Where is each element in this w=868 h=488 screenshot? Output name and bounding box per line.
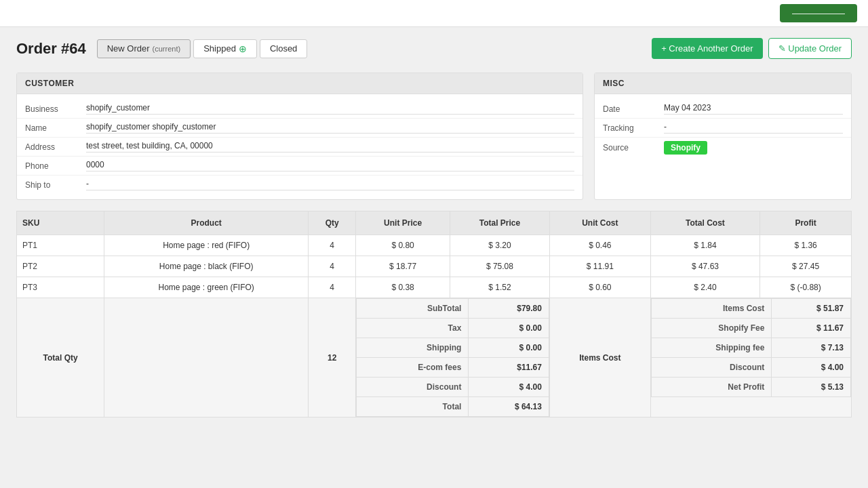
cell-profit: $ (-0.88) xyxy=(760,277,852,298)
cell-unit-price: $ 0.80 xyxy=(356,235,450,256)
col-total-cost: Total Cost xyxy=(650,211,760,235)
label-phone: Phone xyxy=(25,161,86,171)
items-cost-label: Items Cost xyxy=(549,298,650,418)
label-date: Date xyxy=(603,104,664,114)
cell-product: Home page : black (FIFO) xyxy=(104,256,309,277)
total-qty-label: Total Qty xyxy=(17,298,104,418)
update-order-button[interactable]: ✎ Update Order xyxy=(768,38,852,59)
cell-total-price: $ 1.52 xyxy=(450,277,549,298)
header-actions: + Create Another Order ✎ Update Order xyxy=(652,38,852,59)
order-table: SKU Product Qty Unit Price Total Price U… xyxy=(16,211,852,418)
value-name: shopify_customer shopify_customer xyxy=(86,122,574,134)
field-tracking: Tracking - xyxy=(595,119,851,138)
label-business: Business xyxy=(25,104,86,114)
cell-sku: PT1 xyxy=(17,235,104,256)
cell-product: Home page : green (FIFO) xyxy=(104,277,309,298)
cell-qty: 4 xyxy=(309,256,356,277)
cell-unit-cost: $ 0.60 xyxy=(549,277,650,298)
field-name: Name shopify_customer shopify_customer xyxy=(17,119,583,138)
cell-sku: PT2 xyxy=(17,256,104,277)
total-row: Total Qty 12 SubTotal$79.80Tax$ 0.00Ship… xyxy=(17,298,852,418)
cell-profit: $ 27.45 xyxy=(760,256,852,277)
tab-shipped-label: Shipped xyxy=(203,43,236,54)
table-body: PT1 Home page : red (FIFO) 4 $ 0.80 $ 3.… xyxy=(17,235,852,418)
table-row: PT1 Home page : red (FIFO) 4 $ 0.80 $ 3.… xyxy=(17,235,852,256)
table-row: PT2 Home page : black (FIFO) 4 $ 18.77 $… xyxy=(17,256,852,277)
tab-closed-label: Closed xyxy=(270,43,297,54)
col-total-price: Total Price xyxy=(450,211,549,235)
cell-total-cost: $ 1.84 xyxy=(650,235,760,256)
field-date: Date May 04 2023 xyxy=(595,100,851,119)
value-business: shopify_customer xyxy=(86,103,574,115)
field-address: Address test street, test building, CA, … xyxy=(17,138,583,157)
cell-total-cost: $ 47.63 xyxy=(650,256,760,277)
cell-unit-price: $ 0.38 xyxy=(356,277,450,298)
label-tracking: Tracking xyxy=(603,123,664,133)
field-ship-to: Ship to - xyxy=(17,176,583,194)
cell-unit-price: $ 18.77 xyxy=(356,256,450,277)
misc-panel-header: MISC xyxy=(595,73,851,94)
cell-qty: 4 xyxy=(309,235,356,256)
label-ship-to: Ship to xyxy=(25,180,86,190)
label-address: Address xyxy=(25,142,86,152)
tab-closed[interactable]: Closed xyxy=(260,39,307,58)
cell-total-cost: $ 2.40 xyxy=(650,277,760,298)
customer-panel-body: Business shopify_customer Name shopify_c… xyxy=(17,94,583,199)
field-business: Business shopify_customer xyxy=(17,100,583,119)
value-tracking: - xyxy=(664,122,843,134)
col-profit: Profit xyxy=(760,211,852,235)
source-badge: Shopify xyxy=(664,141,707,155)
top-bar-button[interactable]: —————— xyxy=(780,4,857,22)
page-title: Order #64 xyxy=(16,40,86,58)
label-name: Name xyxy=(25,123,86,133)
total-qty-value xyxy=(104,298,309,418)
cell-unit-cost: $ 11.91 xyxy=(549,256,650,277)
page-header: Order #64 New Order (current) Shipped ⊕ … xyxy=(16,38,852,59)
shipped-icon: ⊕ xyxy=(239,43,247,54)
tab-new-order-sublabel: (current) xyxy=(153,45,181,53)
misc-panel-body: Date May 04 2023 Tracking - Source Shopi… xyxy=(595,94,851,163)
value-date: May 04 2023 xyxy=(664,103,843,115)
tabs: New Order (current) Shipped ⊕ Closed xyxy=(97,39,308,58)
cell-qty: 4 xyxy=(309,277,356,298)
cell-profit: $ 1.36 xyxy=(760,235,852,256)
col-unit-price: Unit Price xyxy=(356,211,450,235)
col-product: Product xyxy=(104,211,309,235)
customer-panel: CUSTOMER Business shopify_customer Name … xyxy=(16,73,583,200)
tab-new-order-label: New Order xyxy=(107,43,150,54)
top-bar: —————— xyxy=(0,0,868,27)
col-sku: SKU xyxy=(17,211,104,235)
field-phone: Phone 0000 xyxy=(17,157,583,176)
create-another-order-button[interactable]: + Create Another Order xyxy=(652,38,763,59)
cell-total-price: $ 75.08 xyxy=(450,256,549,277)
cell-unit-cost: $ 0.46 xyxy=(549,235,650,256)
table-header-row: SKU Product Qty Unit Price Total Price U… xyxy=(17,211,852,235)
field-source: Source Shopify xyxy=(595,138,851,158)
summary-right: Items Cost$ 51.87Shopify Fee$ 11.67Shipp… xyxy=(650,298,851,418)
label-source: Source xyxy=(603,143,664,152)
panels: CUSTOMER Business shopify_customer Name … xyxy=(16,73,852,200)
value-phone: 0000 xyxy=(86,160,574,171)
total-qty-number: 12 xyxy=(309,298,356,418)
tab-shipped[interactable]: Shipped ⊕ xyxy=(193,39,257,58)
value-ship-to: - xyxy=(86,179,574,190)
misc-panel: MISC Date May 04 2023 Tracking - Source … xyxy=(594,73,852,200)
col-qty: Qty xyxy=(309,211,356,235)
page-content: Order #64 New Order (current) Shipped ⊕ … xyxy=(0,27,868,428)
summary-left: SubTotal$79.80Tax$ 0.00Shipping$ 0.00E-c… xyxy=(356,298,550,418)
customer-panel-header: CUSTOMER xyxy=(17,73,583,94)
table-row: PT3 Home page : green (FIFO) 4 $ 0.38 $ … xyxy=(17,277,852,298)
cell-total-price: $ 3.20 xyxy=(450,235,549,256)
cell-product: Home page : red (FIFO) xyxy=(104,235,309,256)
value-address: test street, test building, CA, 00000 xyxy=(86,141,574,152)
cell-sku: PT3 xyxy=(17,277,104,298)
col-unit-cost: Unit Cost xyxy=(549,211,650,235)
tab-new-order[interactable]: New Order (current) xyxy=(97,39,191,58)
